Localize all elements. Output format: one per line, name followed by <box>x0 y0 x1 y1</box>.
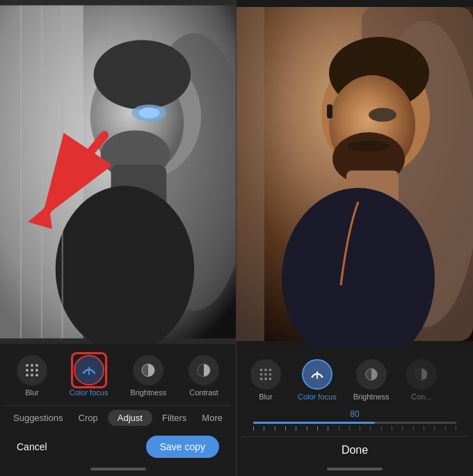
slider-ticks <box>253 427 456 431</box>
right-blur-label: Blur <box>259 392 273 401</box>
svg-point-23 <box>31 374 33 376</box>
svg-point-16 <box>26 364 29 367</box>
svg-point-19 <box>26 369 29 372</box>
cancel-button[interactable]: Cancel <box>17 441 47 452</box>
nav-adjust[interactable]: Adjust <box>108 410 152 426</box>
nav-filters[interactable]: Filters <box>157 410 192 426</box>
done-row: Done <box>242 436 467 463</box>
right-photo-area <box>236 0 473 348</box>
svg-point-18 <box>35 364 38 367</box>
svg-point-49 <box>269 378 272 381</box>
svg-rect-40 <box>236 7 264 341</box>
left-photo-area <box>0 0 236 344</box>
svg-point-5 <box>94 40 191 110</box>
brightness-label: Brightness <box>130 388 166 397</box>
right-color-focus-label: Color focus <box>298 392 337 401</box>
nav-row: Suggestions Crop Adjust Filters More <box>6 405 230 430</box>
contrast-label: Contrast <box>189 388 218 397</box>
right-brightness-label: Brightness <box>353 392 390 401</box>
right-tool-contrast[interactable]: Con... <box>398 356 445 404</box>
right-tools-row: Blur Color focus <box>242 356 467 404</box>
svg-point-45 <box>264 373 267 376</box>
tools-row: Blur Color focus <box>6 352 230 399</box>
tool-color-focus[interactable]: Color focus <box>64 352 114 399</box>
svg-point-17 <box>31 364 33 367</box>
left-panel: Blur Color focus <box>0 0 236 476</box>
svg-point-48 <box>264 378 267 381</box>
svg-point-22 <box>26 374 29 376</box>
left-photo-svg <box>0 0 236 344</box>
svg-point-47 <box>260 378 263 381</box>
right-brightness-icon <box>356 359 387 390</box>
save-copy-button[interactable]: Save copy <box>146 436 219 458</box>
svg-point-7 <box>138 107 159 118</box>
svg-point-46 <box>269 373 272 376</box>
color-focus-icon <box>74 355 104 386</box>
svg-point-20 <box>31 369 33 372</box>
nav-more[interactable]: More <box>196 410 228 426</box>
right-tool-color-focus[interactable]: Color focus <box>289 356 345 404</box>
blur-icon <box>17 355 47 386</box>
contrast-icon <box>189 355 219 386</box>
slider-value: 80 <box>253 409 456 419</box>
svg-point-24 <box>35 374 38 376</box>
right-panel: Blur Color focus <box>236 0 473 476</box>
color-focus-label: Color focus <box>70 388 109 397</box>
slider-fill <box>253 422 375 424</box>
nav-suggestions[interactable]: Suggestions <box>8 410 69 426</box>
svg-rect-39 <box>327 104 332 118</box>
tool-contrast[interactable]: Contrast <box>183 352 225 399</box>
svg-point-38 <box>348 141 390 152</box>
home-indicator <box>90 468 146 470</box>
svg-point-44 <box>260 373 263 376</box>
action-row: Cancel Save copy <box>6 430 230 463</box>
svg-point-21 <box>35 369 38 372</box>
slider-track[interactable] <box>253 422 456 424</box>
tool-blur[interactable]: Blur <box>11 352 53 399</box>
blur-label: Blur <box>25 388 39 397</box>
right-toolbar: Blur Color focus <box>236 348 473 476</box>
right-photo-svg <box>236 0 473 348</box>
tool-brightness[interactable]: Brightness <box>125 352 172 399</box>
right-tool-brightness[interactable]: Brightness <box>345 356 398 404</box>
left-toolbar: Blur Color focus <box>0 344 236 476</box>
brightness-icon <box>133 355 163 386</box>
svg-point-42 <box>264 369 267 372</box>
slider-area: 80 <box>242 406 467 436</box>
right-contrast-label: Con... <box>411 392 431 401</box>
right-color-focus-icon <box>302 359 332 390</box>
nav-crop[interactable]: Crop <box>73 410 104 426</box>
svg-point-43 <box>269 369 272 372</box>
right-contrast-icon <box>406 359 437 390</box>
svg-point-37 <box>369 108 396 122</box>
done-button[interactable]: Done <box>342 444 368 457</box>
right-tool-blur[interactable]: Blur <box>242 356 289 404</box>
right-blur-icon <box>250 359 281 390</box>
svg-point-41 <box>260 369 263 372</box>
right-home-indicator <box>327 468 383 470</box>
